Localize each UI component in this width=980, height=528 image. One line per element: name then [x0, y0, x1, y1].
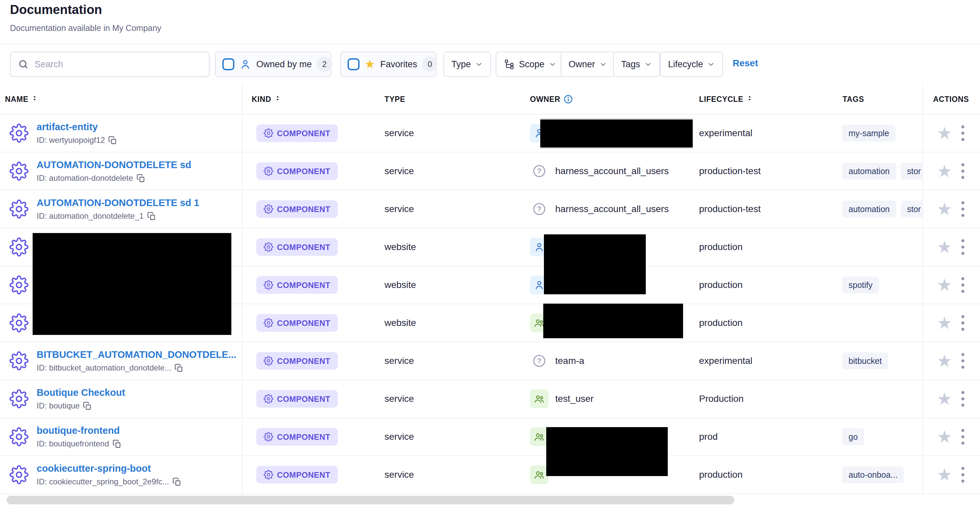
favorite-star-button[interactable]: ★ [937, 314, 952, 332]
unknown-owner-icon: ? [533, 165, 545, 177]
entity-gear-icon [9, 124, 29, 143]
sort-icon[interactable] [746, 95, 753, 103]
entity-name-link[interactable]: BITBUCKET_AUTOMATION_DONOTDELE... [37, 349, 236, 360]
sort-icon[interactable] [31, 95, 38, 103]
component-gear-icon [264, 280, 273, 290]
copy-icon[interactable] [147, 212, 156, 221]
scope-hierarchy-icon [504, 59, 515, 70]
favorite-star-button[interactable]: ★ [937, 390, 952, 407]
entity-name-link[interactable]: AUTOMATION-DONOTDELETE sd [37, 159, 191, 170]
entity-name-link[interactable]: Boutique Checkout [37, 387, 125, 398]
row-menu-button[interactable] [961, 429, 964, 445]
filter-tags-button[interactable]: Tags [613, 52, 660, 77]
search-box[interactable] [10, 52, 210, 77]
tag-chip: go [842, 428, 864, 445]
copy-icon[interactable] [108, 136, 117, 145]
favorite-star-button[interactable]: ★ [937, 200, 952, 218]
entity-name-link[interactable]: AUTOMATION-DONOTDELETE sd 1 [37, 197, 199, 208]
filter-scope-button[interactable]: Scope [496, 52, 565, 77]
filter-type-button[interactable]: Type [444, 52, 491, 77]
name-cell: boutique-frontendID: boutiquefrontend [37, 425, 121, 448]
favorites-label: Favorites [380, 59, 417, 70]
entity-id: ID: bitbucket_automation_donotdele... [37, 363, 171, 372]
entity-name-link[interactable]: cookiecutter-spring-boot [37, 463, 181, 474]
favorite-star-button[interactable]: ★ [937, 466, 952, 483]
copy-icon[interactable] [83, 401, 92, 410]
entity-name-link[interactable]: boutique-frontend [37, 425, 121, 436]
filter-owner-button[interactable]: Owner [561, 52, 615, 77]
type-cell: website [385, 280, 416, 290]
type-cell: service [385, 356, 414, 366]
type-cell: website [385, 242, 416, 252]
row-menu-button[interactable] [961, 315, 964, 331]
lifecycle-cell: production [699, 280, 743, 290]
unknown-owner-icon: ? [533, 203, 545, 215]
row-menu-button[interactable] [961, 126, 964, 141]
row-menu-button[interactable] [961, 467, 964, 483]
kind-badge: COMPONENT [256, 276, 338, 294]
filter-owned-by-me[interactable]: Owned by me 2 [215, 52, 331, 77]
row-menu-button[interactable] [961, 239, 964, 255]
filter-lifecycle-label: Lifecycle [668, 59, 703, 70]
column-header-kind[interactable]: KIND [252, 84, 281, 115]
lifecycle-cell: production-test [699, 204, 760, 215]
component-gear-icon [264, 242, 273, 252]
favorite-star-button[interactable]: ★ [937, 428, 952, 445]
kind-badge: COMPONENT [256, 314, 338, 332]
filter-owner-label: Owner [568, 59, 595, 70]
column-header-name[interactable]: NAME [5, 84, 38, 115]
row-menu-button[interactable] [961, 391, 964, 407]
name-cell: AUTOMATION-DONOTDELETE sdID: automation-… [37, 159, 191, 183]
row-menu-button[interactable] [961, 277, 964, 293]
horizontal-scrollbar[interactable] [7, 496, 734, 504]
owned-by-me-checkbox[interactable] [222, 58, 234, 70]
group-icon [530, 465, 549, 484]
group-icon [530, 390, 549, 408]
favorite-star-button[interactable]: ★ [937, 124, 952, 142]
row-menu-button[interactable] [961, 353, 964, 369]
tags-cell: go [842, 428, 923, 445]
kind-badge: COMPONENT [256, 466, 338, 484]
sort-icon[interactable] [274, 95, 281, 103]
entity-gear-icon [9, 275, 29, 295]
table-row: boutique-frontendID: boutiquefrontendCOM… [0, 418, 980, 456]
favorite-star-button[interactable]: ★ [937, 239, 952, 256]
copy-icon[interactable] [172, 477, 181, 487]
lifecycle-cell: production [699, 318, 743, 328]
favorite-star-button[interactable]: ★ [937, 276, 952, 294]
search-input[interactable] [34, 59, 202, 70]
entity-gear-icon [9, 161, 29, 181]
favorite-star-button[interactable]: ★ [937, 162, 952, 180]
search-icon [18, 59, 29, 70]
info-icon[interactable] [563, 94, 573, 104]
copy-icon[interactable] [174, 364, 183, 372]
row-menu-button[interactable] [961, 201, 964, 217]
type-cell: service [385, 128, 414, 138]
owner-name: harness_account_all_users [555, 166, 669, 177]
kind-badge: COMPONENT [256, 124, 338, 142]
type-cell: service [385, 204, 414, 215]
column-header-tags: TAGS [843, 84, 864, 115]
favorite-star-button[interactable]: ★ [937, 352, 952, 369]
row-menu-button[interactable] [961, 164, 964, 179]
filter-tags-label: Tags [621, 59, 640, 70]
tags-cell: bitbucket [842, 353, 923, 369]
column-header-lifecycle[interactable]: LIFECYCLE [699, 84, 753, 115]
favorites-checkbox[interactable] [348, 58, 360, 70]
entity-name-link[interactable]: artifact-entity [37, 121, 117, 132]
page-subtitle: Documentation available in My Company [10, 23, 161, 33]
filter-favorites[interactable]: ★ Favorites 0 [340, 52, 436, 77]
filter-lifecycle-button[interactable]: Lifecycle [660, 52, 723, 77]
component-gear-icon [264, 432, 273, 442]
component-gear-icon [264, 356, 273, 366]
copy-icon[interactable] [137, 174, 145, 183]
entity-gear-icon [9, 199, 29, 219]
lifecycle-cell: prod [699, 431, 718, 442]
entity-id: ID: wertyuiopoigf12 [37, 135, 105, 145]
reset-filters-button[interactable]: Reset [733, 58, 758, 68]
tag-chip: stor [901, 201, 923, 218]
component-gear-icon [264, 204, 273, 214]
copy-icon[interactable] [113, 439, 121, 448]
entity-gear-icon [9, 313, 29, 332]
name-cell: AUTOMATION-DONOTDELETE sd 1ID: automatio… [37, 197, 199, 221]
